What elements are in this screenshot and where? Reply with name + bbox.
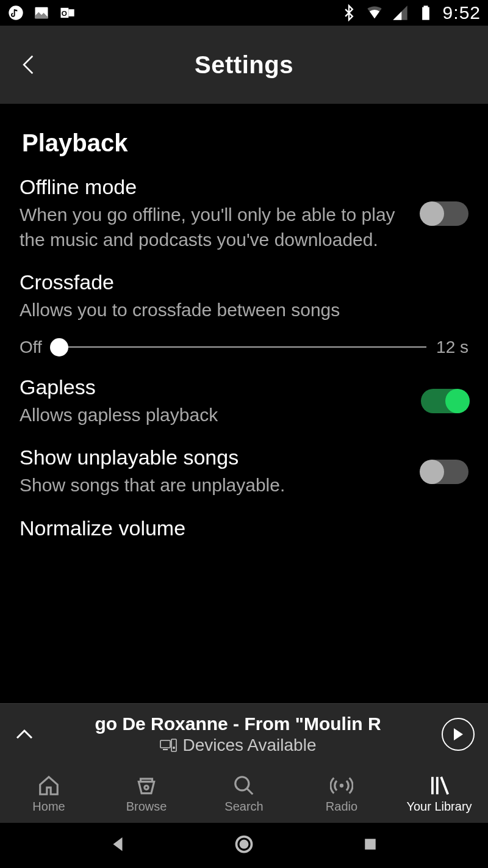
svg-point-11 [145, 786, 148, 789]
setting-desc: Show songs that are unplayable. [20, 473, 409, 498]
play-icon [452, 728, 464, 741]
nav-label: Radio [326, 800, 357, 814]
svg-rect-7 [160, 740, 170, 748]
svg-rect-16 [365, 839, 376, 850]
setting-title: Offline mode [20, 175, 409, 199]
svg-rect-8 [163, 749, 168, 750]
outlook-notification-icon: O [59, 4, 76, 21]
svg-rect-9 [171, 739, 176, 751]
show-unplayable-toggle[interactable] [421, 460, 468, 484]
section-title-playback: Playback [22, 129, 468, 157]
setting-title: Crossfade [20, 270, 468, 294]
svg-point-0 [9, 5, 23, 20]
nav-label: Your Library [406, 800, 472, 814]
setting-desc: Allows gapless playback [20, 403, 409, 428]
crossfade-min-label: Off [20, 338, 42, 357]
svg-point-13 [340, 783, 343, 787]
svg-rect-3 [68, 9, 74, 16]
svg-text:O: O [62, 9, 67, 17]
crossfade-slider-thumb[interactable] [50, 338, 68, 356]
nav-label: Search [224, 800, 263, 814]
gallery-notification-icon [33, 4, 50, 21]
nav-browse[interactable]: Browse [98, 774, 195, 814]
battery-icon [417, 4, 434, 21]
svg-rect-5 [422, 7, 429, 20]
svg-point-10 [173, 747, 175, 749]
offline-mode-toggle[interactable] [421, 201, 468, 226]
settings-content[interactable]: Playback Offline mode When you go offlin… [0, 104, 488, 704]
play-button[interactable] [442, 718, 475, 751]
now-playing-bar[interactable]: go De Roxanne - From "Moulin R Devices A… [0, 703, 488, 764]
nav-search[interactable]: Search [195, 774, 293, 814]
back-button[interactable] [17, 53, 40, 76]
setting-desc: Allows you to crossfade between songs [20, 298, 468, 323]
page-title: Settings [195, 51, 293, 79]
gapless-toggle[interactable] [421, 389, 468, 413]
setting-offline-mode: Offline mode When you go offline, you'll… [20, 175, 468, 252]
system-home-button[interactable] [235, 835, 253, 856]
cellular-signal-icon [392, 4, 409, 21]
devices-available-button[interactable]: Devices Available [160, 736, 317, 755]
setting-gapless: Gapless Allows gapless playback [20, 375, 468, 428]
setting-crossfade: Crossfade Allows you to crossfade betwee… [20, 270, 468, 357]
nav-radio[interactable]: Radio [293, 774, 390, 814]
nav-label: Home [32, 800, 65, 814]
status-bar: O 9:52 [0, 0, 488, 26]
nav-library[interactable]: Your Library [390, 774, 488, 814]
now-playing-track: go De Roxanne - From "Moulin R [95, 714, 381, 734]
clock: 9:52 [443, 2, 481, 23]
wifi-icon [366, 4, 383, 21]
setting-title: Show unplayable songs [20, 446, 409, 469]
setting-desc: When you go offline, you'll only be able… [20, 203, 409, 252]
svg-rect-6 [423, 5, 428, 8]
setting-normalize-volume: Normalize volume [20, 516, 468, 540]
chevron-up-icon[interactable] [13, 723, 35, 745]
crossfade-max-label: 12 s [436, 338, 468, 357]
svg-point-15 [239, 840, 248, 849]
nav-home[interactable]: Home [0, 774, 98, 814]
bluetooth-icon [340, 4, 357, 21]
setting-show-unplayable: Show unplayable songs Show songs that ar… [20, 446, 468, 498]
system-nav-bar [0, 823, 488, 868]
search-icon [232, 774, 256, 797]
devices-available-label: Devices Available [183, 736, 317, 755]
music-notification-icon [7, 4, 24, 21]
bottom-nav: Home Browse Search Radio Your Library [0, 764, 488, 823]
app-header: Settings [0, 26, 488, 104]
library-icon [428, 774, 451, 797]
setting-title: Normalize volume [20, 516, 468, 540]
svg-point-12 [235, 776, 249, 790]
system-back-button[interactable] [109, 835, 127, 856]
setting-title: Gapless [20, 375, 409, 399]
system-recents-button[interactable] [361, 835, 379, 856]
crossfade-slider[interactable] [52, 346, 426, 348]
devices-icon [160, 739, 177, 752]
home-icon [37, 774, 60, 797]
radio-icon [330, 774, 353, 797]
browse-icon [135, 774, 158, 797]
nav-label: Browse [126, 800, 167, 814]
